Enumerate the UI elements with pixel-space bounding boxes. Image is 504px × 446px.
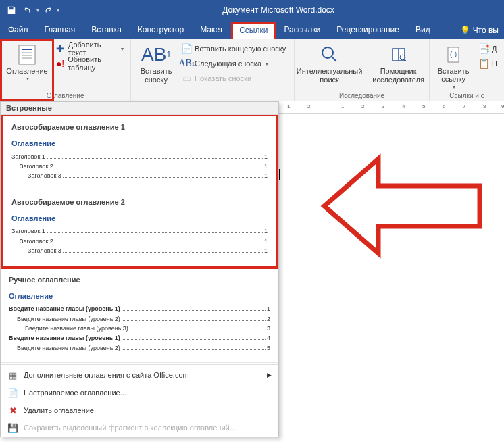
ruler-num: 3 xyxy=(382,103,384,109)
grid-icon: ▦ xyxy=(7,370,18,380)
ruler-num: 2 xyxy=(307,103,310,109)
tab-view[interactable]: Вид xyxy=(407,21,438,39)
toc-auto-1-preview: Оглавление Заголовок 11Заголовок 21Загол… xyxy=(11,138,268,181)
more-office-label: Дополнительные оглавления с сайта Office… xyxy=(24,371,189,379)
group-research-label: Исследование xyxy=(339,91,384,99)
tab-file[interactable]: Файл xyxy=(0,21,36,39)
toc-line: Заголовок 11 xyxy=(11,152,268,162)
tab-home[interactable]: Главная xyxy=(36,21,84,39)
insert-endnote-label: Вставить концевую сноску xyxy=(195,45,286,53)
more-from-office[interactable]: ▦ Дополнительные оглавления с сайта Offi… xyxy=(1,366,278,384)
add-text-label: Добавить текст xyxy=(68,41,117,57)
group-footnotes-label xyxy=(211,91,213,99)
tab-design[interactable]: Конструктор xyxy=(130,21,192,39)
next-footnote-button[interactable]: AB1 Следующая сноска ▾ xyxy=(178,56,288,71)
ribbon-tabs: Файл Главная Вставка Конструктор Макет С… xyxy=(0,20,504,39)
group-research: Интеллектуальный поиск Помощник исследов… xyxy=(295,39,430,101)
insert-link-label: Вставить ссылку xyxy=(434,67,473,84)
document-icon: 📄 xyxy=(7,387,18,398)
ruler-num: 9 xyxy=(501,103,504,109)
book-icon xyxy=(388,44,409,66)
toc-line: Введите название главы (уровень 3)3 xyxy=(9,324,270,333)
insert-endnote-button[interactable]: 📄 Вставить концевую сноску xyxy=(178,41,288,56)
show-footnotes-label: Показать сноски xyxy=(195,74,251,82)
svg-text:(-): (-) xyxy=(450,51,457,58)
insert-footnote-label: Вставить сноску xyxy=(136,67,176,84)
extra2-label: П xyxy=(492,59,497,68)
remove-toc-label: Удалить оглавление xyxy=(24,406,94,414)
ruler-num: 5 xyxy=(422,103,425,109)
lightbulb-icon: 💡 xyxy=(460,26,470,35)
ruler-num: 1 xyxy=(341,103,344,109)
preview-heading: Оглавление xyxy=(11,213,268,225)
toc-manual[interactable]: Ручное оглавление Оглавление Введите наз… xyxy=(1,269,278,364)
preview-heading: Оглавление xyxy=(11,138,268,150)
remove-icon: ✖ xyxy=(7,405,18,416)
ruler-num: 8 xyxy=(483,103,486,109)
toc-manual-title: Ручное оглавление xyxy=(9,276,270,284)
group-links: (-) Вставить ссылку ▾ 📑 Д 📋 П Ссылки и с xyxy=(430,39,504,101)
toc-line: Введите название главы (уровень 1)1 xyxy=(9,304,270,314)
document-title: Документ Microsoft Word.docx xyxy=(59,5,504,15)
save-gallery-icon: 💾 xyxy=(7,422,18,433)
undo-dropdown-icon[interactable]: ▾ xyxy=(36,7,39,14)
toc-auto-2-title: Автособираемое оглавление 2 xyxy=(11,198,268,206)
ruler-num: 1 xyxy=(287,103,290,109)
toc-auto-2-preview: Оглавление Заголовок 11Заголовок 21Загол… xyxy=(11,213,268,256)
toc-line: Введите название главы (уровень 1)4 xyxy=(9,333,270,343)
add-text-button[interactable]: ✚ Добавить текст ▾ xyxy=(53,41,126,56)
toc-manual-preview: Оглавление Введите название главы (урове… xyxy=(9,291,270,353)
smart-lookup-button[interactable]: Интеллектуальный поиск xyxy=(295,41,365,90)
extra-button-2[interactable]: 📋 П xyxy=(476,56,500,71)
toc-line: Заголовок 21 xyxy=(11,162,268,171)
group-links-label: Ссылки и с xyxy=(449,91,484,99)
tell-me[interactable]: 💡 Что вы xyxy=(455,22,504,39)
add-text-icon: ✚ xyxy=(55,43,66,54)
update-table-label: Обновить таблицу xyxy=(68,55,124,72)
insert-footnote-button[interactable]: AB1 Вставить сноску xyxy=(136,41,176,90)
show-footnotes-button: ▭ Показать сноски xyxy=(178,71,288,86)
remove-toc[interactable]: ✖ Удалить оглавление xyxy=(1,401,278,419)
chevron-down-icon: ▾ xyxy=(266,61,268,67)
annotation-arrow xyxy=(304,152,493,260)
toc-auto-2[interactable]: Автособираемое оглавление 2 Оглавление З… xyxy=(3,191,276,266)
insert-link-button[interactable]: (-) Вставить ссылку ▾ xyxy=(434,41,473,90)
endnote-icon: 📄 xyxy=(181,43,192,54)
tab-insert[interactable]: Вставка xyxy=(83,21,130,39)
preview-heading: Оглавление xyxy=(9,291,270,303)
save-selection-label: Сохранить выделенный фрагмент в коллекци… xyxy=(24,424,236,432)
undo-icon[interactable] xyxy=(20,3,35,18)
update-icon: ●! xyxy=(55,58,65,69)
update-table-button[interactable]: ●! Обновить таблицу xyxy=(53,56,126,71)
toc-button-highlight xyxy=(0,39,54,101)
researcher-label: Помощник исследователя xyxy=(368,67,430,84)
toc-line: Заголовок 31 xyxy=(11,171,268,180)
toc-auto-1[interactable]: Автособираемое оглавление 1 Оглавление З… xyxy=(3,116,276,191)
smart-lookup-label: Интеллектуальный поиск xyxy=(295,67,365,84)
toc-auto-1-title: Автособираемое оглавление 1 xyxy=(11,123,268,131)
save-icon[interactable] xyxy=(4,3,19,18)
manage-sources-icon: 📑 xyxy=(478,43,489,54)
tab-review[interactable]: Рецензирование xyxy=(328,21,407,39)
builtin-header: Встроенные xyxy=(1,102,278,115)
researcher-button[interactable]: Помощник исследователя xyxy=(368,41,430,90)
ribbon: Оглавление ▾ ✚ Добавить текст ▾ ●! Обнов… xyxy=(0,39,504,101)
svg-point-5 xyxy=(322,47,333,58)
ruler-num: 2 xyxy=(361,103,364,109)
tab-layout[interactable]: Макет xyxy=(192,21,231,39)
footnote-icon: AB1 xyxy=(145,44,167,66)
tab-references[interactable]: Ссылки xyxy=(231,22,276,40)
show-footnotes-icon: ▭ xyxy=(181,73,192,84)
titlebar: ▾ ▾ Документ Microsoft Word.docx xyxy=(0,0,504,20)
custom-toc[interactable]: 📄 Настраиваемое оглавление... xyxy=(1,384,278,401)
tab-mailings[interactable]: Рассылки xyxy=(276,21,328,39)
toc-line: Введите название главы (уровень 2)2 xyxy=(9,314,270,324)
extra-button-1[interactable]: 📑 Д xyxy=(476,41,500,56)
redo-icon[interactable] xyxy=(41,3,55,18)
toc-line: Заголовок 21 xyxy=(11,237,268,246)
highlighted-toc-options: Автособираемое оглавление 1 Оглавление З… xyxy=(1,115,278,269)
chevron-right-icon: ▶ xyxy=(267,372,272,378)
qat-customize-icon[interactable]: ▾ xyxy=(57,7,59,14)
group-footnotes: AB1 Вставить сноску 📄 Вставить концевую … xyxy=(131,39,295,101)
quick-access-toolbar: ▾ ▾ xyxy=(0,3,59,18)
